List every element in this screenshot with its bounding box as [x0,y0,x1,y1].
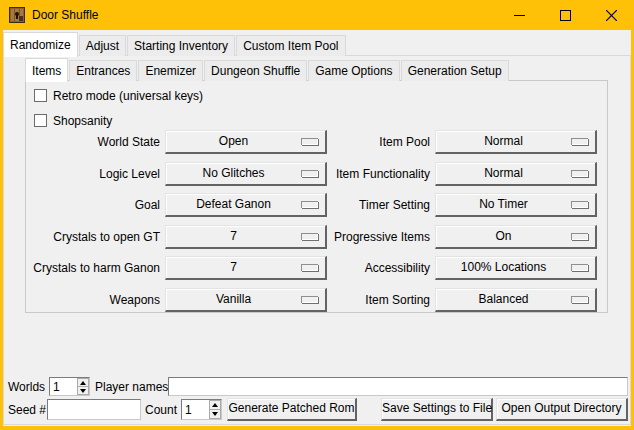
dropdown-indicator-icon [301,201,318,208]
world-state-dropdown[interactable]: Open [165,130,327,154]
dropdown-indicator-icon [571,170,588,177]
logic-level-label: Logic Level [25,162,160,186]
save-settings-button[interactable]: Save Settings to File [381,398,493,421]
progressive-items-dropdown[interactable]: On [435,225,597,249]
outer-tab-bar: Randomize Adjust Starting Inventory Cust… [3,31,347,56]
tab-starting-inventory[interactable]: Starting Inventory [127,35,235,56]
retro-mode-checkbox[interactable] [34,89,47,102]
item-pool-value: Normal [436,131,571,152]
dropdown-indicator-icon [571,201,588,208]
tab-entrances-label: Entrances [76,64,130,78]
dropdown-indicator-icon [301,138,318,145]
tab-game-options[interactable]: Game Options [308,60,399,81]
window-title: Door Shuffle [32,0,99,30]
tab-entrances[interactable]: Entrances [69,60,137,81]
open-output-directory-button[interactable]: Open Output Directory [496,398,628,421]
player-names-label: Player names [95,377,168,397]
tab-custom-item-pool[interactable]: Custom Item Pool [236,35,345,56]
item-functionality-dropdown[interactable]: Normal [435,162,597,186]
timer-setting-value: No Timer [436,194,571,215]
dropdown-indicator-icon [571,138,588,145]
goal-label: Goal [25,193,160,217]
weapons-value: Vanilla [166,289,301,310]
tab-adjust[interactable]: Adjust [79,35,126,56]
accessibility-value: 100% Locations [436,257,571,278]
crystals-gt-dropdown[interactable]: 7 [165,225,327,249]
worlds-label: Worlds [8,377,45,397]
tab-items[interactable]: Items [25,58,68,82]
spin-up-icon [212,403,218,407]
player-names-input[interactable] [168,377,628,396]
tab-enemizer-label: Enemizer [145,64,196,78]
seed-label: Seed # [8,400,46,420]
worlds-spin-up-button[interactable] [77,378,89,387]
shopsanity-label: Shopsanity [53,114,112,128]
timer-setting-dropdown[interactable]: No Timer [435,193,597,217]
tab-randomize[interactable]: Randomize [3,32,78,57]
minimize-button[interactable] [496,0,542,30]
crystals-ganon-value: 7 [166,257,301,278]
tab-game-options-label: Game Options [315,64,392,78]
progressive-items-value: On [436,226,571,247]
item-sorting-dropdown[interactable]: Balanced [435,288,597,312]
logic-level-dropdown[interactable]: No Glitches [165,162,327,186]
dropdown-indicator-icon [301,296,318,303]
logic-level-value: No Glitches [166,163,301,184]
tab-items-label: Items [32,64,61,78]
worlds-spinner[interactable] [49,377,90,396]
progressive-items-label: Progressive Items [320,225,430,249]
count-spin-up-button[interactable] [209,400,221,410]
item-sorting-label: Item Sorting [320,288,430,312]
world-state-label: World State [25,130,160,154]
item-sorting-value: Balanced [436,289,571,310]
titlebar: Door Shuffle [0,0,634,30]
maximize-icon [560,10,571,21]
spin-down-icon [80,389,86,393]
goal-dropdown[interactable]: Defeat Ganon [165,193,327,217]
count-spinner[interactable] [181,399,222,420]
dropdown-indicator-icon [571,296,588,303]
crystals-ganon-label: Crystals to harm Ganon [25,256,160,280]
generate-patched-rom-button[interactable]: Generate Patched Rom [227,398,357,421]
dropdown-indicator-icon [571,233,588,240]
app-window: Door Shuffle Randomize Adjust Starting I… [0,0,634,430]
count-input[interactable] [182,400,209,419]
worlds-input[interactable] [50,378,77,395]
close-button[interactable] [588,0,634,30]
dropdown-indicator-icon [301,170,318,177]
item-functionality-value: Normal [436,163,571,184]
tab-randomize-label: Randomize [10,38,71,52]
item-pool-dropdown[interactable]: Normal [435,130,597,154]
world-state-value: Open [166,131,301,152]
tab-dungeon-shuffle-label: Dungeon Shuffle [211,64,300,78]
retro-mode-label: Retro mode (universal keys) [53,89,203,103]
goal-value: Defeat Ganon [166,194,301,215]
close-icon [606,10,617,21]
seed-input[interactable] [47,399,141,420]
crystals-ganon-dropdown[interactable]: 7 [165,256,327,280]
tab-starting-inventory-label: Starting Inventory [134,39,228,53]
worlds-spin-down-button[interactable] [77,387,89,395]
accessibility-label: Accessibility [320,256,430,280]
dropdown-indicator-icon [571,264,588,271]
spin-up-icon [80,381,86,385]
tab-dungeon-shuffle[interactable]: Dungeon Shuffle [204,60,307,81]
accessibility-dropdown[interactable]: 100% Locations [435,256,597,280]
item-pool-label: Item Pool [320,130,430,154]
tab-adjust-label: Adjust [86,39,119,53]
count-spin-down-button[interactable] [209,410,221,419]
inner-tab-bar: Items Entrances Enemizer Dungeon Shuffle… [25,57,510,81]
item-functionality-label: Item Functionality [320,162,430,186]
count-label: Count [145,400,177,420]
tab-custom-item-pool-label: Custom Item Pool [243,39,338,53]
tab-generation-setup[interactable]: Generation Setup [401,60,509,81]
timer-setting-label: Timer Setting [320,193,430,217]
shopsanity-checkbox[interactable] [34,114,47,127]
weapons-dropdown[interactable]: Vanilla [165,288,327,312]
maximize-button[interactable] [542,0,588,30]
door-icon [9,7,25,23]
tab-enemizer[interactable]: Enemizer [138,60,203,81]
dropdown-indicator-icon [301,233,318,240]
crystals-gt-label: Crystals to open GT [25,225,160,249]
crystals-gt-value: 7 [166,226,301,247]
